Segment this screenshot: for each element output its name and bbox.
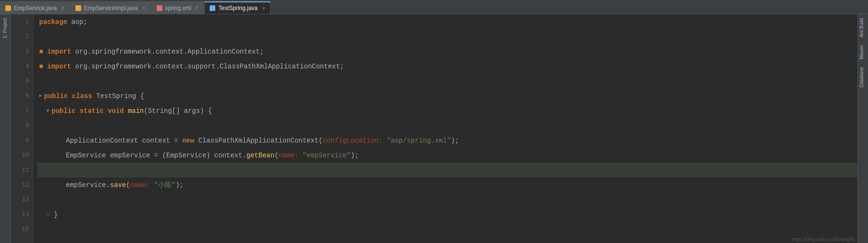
line-number: 1	[14, 14, 29, 29]
line-number: 10	[14, 148, 29, 163]
keyword: package	[39, 18, 67, 26]
keyword: static	[80, 107, 108, 115]
code-line-10: EmpService empService = (EmpService) con…	[37, 148, 857, 163]
line-number: 2	[14, 29, 29, 44]
code-line-5	[37, 74, 857, 88]
code-line-2	[37, 29, 857, 44]
tab-label: EmpServiceImpl.java	[84, 5, 138, 11]
line-number: 8	[14, 118, 29, 133]
keyword: public	[44, 92, 72, 100]
code-line-4: ■ import org.springframework.context.sup…	[37, 59, 857, 74]
code-lines: package aop; ■ import org.springframewor…	[33, 14, 857, 243]
watermark: https://blog.csdn.net/liulang68	[792, 237, 855, 242]
line-number: 14	[14, 207, 29, 222]
left-sidebar: 1: Project	[0, 14, 11, 243]
line-number: 12	[14, 177, 29, 192]
tab-label: spring.xml	[165, 5, 191, 11]
keyword: public	[52, 107, 80, 115]
java-file-icon	[75, 5, 81, 11]
line-number: 4	[14, 59, 29, 74]
line-number: 15	[14, 222, 29, 237]
ant-build-label[interactable]: Ant Build	[858, 14, 868, 41]
keyword: import	[43, 48, 71, 55]
code-line-8	[37, 118, 857, 133]
code-line-13	[37, 192, 857, 207]
code-line-6: ► public class TestSpring {	[37, 88, 857, 103]
keyword: void	[108, 107, 128, 115]
line-number: 11	[14, 163, 29, 177]
code-line-7: ► public static void main(String[] args)…	[37, 103, 857, 118]
database-label[interactable]: Database	[858, 63, 868, 91]
line-number: 13	[14, 192, 29, 207]
code-line-12: empService.save(name: "小陈");	[37, 177, 857, 192]
tab-testspring[interactable]: TestSpring.java ✕	[204, 1, 270, 14]
main-area: 1: Project 1 2 3 4 5 6 7 8 9 10 11 12 13…	[0, 14, 868, 243]
tab-label: TestSpring.java	[218, 5, 257, 11]
fold-arrow: ►	[39, 93, 42, 99]
line-number: 5	[14, 74, 29, 88]
tab-bar: EmpService.java ✕ EmpServiceImpl.java ✕ …	[0, 0, 868, 14]
project-panel-label: 1: Project	[1, 14, 9, 42]
code-line-11	[37, 163, 857, 177]
code-line-3: ■ import org.springframework.context.App…	[37, 44, 857, 59]
code-line-9: ApplicationContext context = new ClassPa…	[37, 133, 857, 148]
tab-label: EmpService.java	[14, 5, 57, 11]
line-number: 6	[14, 88, 29, 103]
line-number: 9	[14, 133, 29, 148]
tab-empserviceimpl[interactable]: EmpServiceImpl.java ✕	[70, 1, 151, 14]
maven-label[interactable]: Maven	[858, 41, 868, 63]
right-panel: Ant Build Maven Database	[857, 14, 868, 243]
code-line-15	[37, 222, 857, 237]
code-line-1: package aop;	[37, 14, 857, 29]
editor[interactable]: 1 2 3 4 5 6 7 8 9 10 11 12 13 14 15 p	[11, 14, 857, 243]
line-number: 7	[14, 103, 29, 118]
tab-spring[interactable]: spring.xml ✕	[151, 1, 204, 14]
java-file-icon	[210, 5, 215, 11]
tab-empservice[interactable]: EmpService.java ✕	[0, 1, 70, 14]
xml-file-icon	[157, 5, 162, 11]
java-file-icon	[5, 5, 11, 11]
tab-close-icon[interactable]: ✕	[142, 5, 146, 11]
code-line-14: □ }	[37, 207, 857, 222]
tab-close-icon[interactable]: ✕	[262, 6, 265, 11]
tab-close-icon[interactable]: ✕	[61, 5, 64, 11]
keyword: new	[182, 137, 199, 144]
line-numbers: 1 2 3 4 5 6 7 8 9 10 11 12 13 14 15	[11, 14, 33, 243]
keyword: class	[72, 92, 96, 100]
tab-close-icon[interactable]: ✕	[195, 5, 199, 11]
line-number: 3	[14, 44, 29, 59]
fold-arrow: ►	[47, 108, 50, 113]
keyword: import	[43, 63, 71, 70]
